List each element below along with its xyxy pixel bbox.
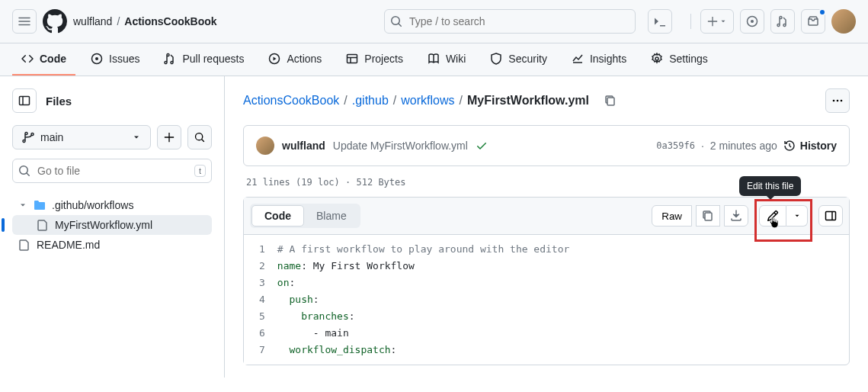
- blame-tab[interactable]: Blame: [304, 205, 359, 227]
- notification-dot: [818, 8, 826, 16]
- repo-link[interactable]: ActionsCookBook: [124, 15, 216, 27]
- plus-icon: [707, 16, 718, 27]
- tree-file-active[interactable]: MyFirstWorkflow.yml: [12, 215, 212, 235]
- code-tab[interactable]: Code: [251, 205, 304, 227]
- commit-message[interactable]: Update MyFirstWorkflow.yml: [333, 140, 468, 152]
- svg-point-9: [833, 100, 835, 102]
- folder-icon: [34, 199, 46, 211]
- commit-author-avatar[interactable]: [256, 137, 274, 155]
- graph-icon: [572, 53, 584, 65]
- play-icon: [268, 53, 280, 65]
- commit-author[interactable]: wulfland: [282, 140, 325, 152]
- branch-icon: [22, 131, 34, 143]
- issues-button[interactable]: [740, 9, 764, 34]
- download-icon: [730, 210, 742, 222]
- add-file-button[interactable]: [157, 125, 181, 149]
- search-icon: [390, 15, 402, 27]
- more-options-button[interactable]: [825, 88, 850, 113]
- edit-file-button[interactable]: [759, 205, 786, 227]
- commit-sha[interactable]: 0a359f6: [656, 140, 695, 151]
- divider: [690, 14, 691, 29]
- search-icon: [18, 165, 30, 177]
- github-logo[interactable]: [43, 9, 67, 34]
- search-files-button[interactable]: [187, 125, 212, 149]
- raw-button[interactable]: Raw: [652, 205, 692, 227]
- nav-label: Pull requests: [182, 53, 244, 65]
- user-avatar[interactable]: [831, 9, 856, 34]
- shield-icon: [490, 53, 502, 65]
- edit-tooltip: Edit this file: [739, 176, 801, 196]
- issue-icon: [746, 15, 758, 27]
- code-lines[interactable]: # A first workflow to play around with t…: [277, 235, 849, 365]
- nav-label: Issues: [109, 53, 139, 65]
- nav-pull-requests[interactable]: Pull requests: [155, 43, 253, 76]
- search-icon: [194, 132, 205, 143]
- repo-nav: Code Issues Pull requests Actions Projec…: [0, 43, 868, 76]
- tree-file[interactable]: README.md: [12, 235, 212, 255]
- nav-insights[interactable]: Insights: [562, 43, 636, 76]
- check-icon: [476, 140, 488, 152]
- nav-issues[interactable]: Issues: [82, 43, 149, 76]
- svg-rect-7: [20, 97, 30, 105]
- breadcrumb-part[interactable]: workflows: [401, 94, 454, 108]
- svg-point-11: [841, 100, 843, 102]
- pull-requests-button[interactable]: [770, 9, 795, 34]
- panel-icon: [18, 95, 30, 107]
- top-bar: wulfland / ActionsCookBook: [0, 0, 868, 43]
- breadcrumb-root[interactable]: ActionsCookBook: [243, 94, 339, 108]
- svg-point-6: [655, 57, 658, 60]
- notifications-button[interactable]: [801, 9, 825, 34]
- nav-projects[interactable]: Projects: [337, 43, 412, 76]
- svg-rect-13: [826, 212, 836, 220]
- create-new-button[interactable]: [700, 9, 734, 34]
- tree-folder[interactable]: .github/workflows: [12, 195, 212, 215]
- kebab-icon: [831, 95, 844, 107]
- nav-wiki[interactable]: Wiki: [418, 43, 475, 76]
- nav-security[interactable]: Security: [481, 43, 556, 76]
- file-search-input[interactable]: [12, 159, 212, 183]
- kbd-hint: t: [194, 165, 206, 177]
- copy-path-button[interactable]: [600, 90, 621, 111]
- nav-label: Projects: [364, 53, 403, 65]
- svg-point-10: [837, 100, 839, 102]
- symbols-button[interactable]: [818, 205, 843, 227]
- svg-rect-12: [705, 213, 712, 220]
- history-link[interactable]: History: [783, 140, 837, 152]
- chevron-down-icon: [793, 212, 801, 220]
- latest-commit-bar: wulfland Update MyFirstWorkflow.yml 0a35…: [243, 125, 850, 166]
- gear-icon: [651, 53, 663, 65]
- nav-label: Code: [40, 53, 66, 65]
- command-palette-button[interactable]: [648, 9, 672, 34]
- nav-label: Insights: [590, 53, 626, 65]
- download-button[interactable]: [724, 205, 748, 227]
- view-tabs: Code Blame: [250, 204, 360, 228]
- file-search: t: [12, 159, 212, 183]
- branch-selector[interactable]: main: [12, 125, 151, 149]
- hamburger-icon: [18, 15, 30, 27]
- edit-dropdown-button[interactable]: [786, 205, 808, 227]
- nav-actions[interactable]: Actions: [259, 43, 331, 76]
- sidebar-title: Files: [46, 95, 72, 108]
- nav-label: Security: [508, 53, 547, 65]
- chevron-down-icon: [18, 201, 27, 210]
- owner-link[interactable]: wulfland: [73, 15, 112, 27]
- file-icon: [18, 239, 30, 251]
- top-actions: [687, 9, 856, 34]
- book-icon: [428, 53, 440, 65]
- pencil-icon: [767, 210, 779, 222]
- breadcrumb-part[interactable]: .github: [352, 94, 389, 108]
- file-sidebar: Files main t: [0, 76, 225, 378]
- nav-settings[interactable]: Settings: [642, 43, 717, 76]
- svg-rect-5: [348, 55, 357, 63]
- folder-name: .github/workflows: [52, 199, 133, 211]
- breadcrumb-separator: /: [117, 15, 120, 27]
- file-toolbar: Code Blame Raw Edit this file: [244, 198, 849, 235]
- line-numbers: 1 2 3 4 5 6 7: [244, 235, 277, 365]
- hamburger-menu-button[interactable]: [12, 9, 37, 34]
- file-name: README.md: [37, 239, 100, 251]
- nav-code[interactable]: Code: [12, 43, 75, 76]
- copy-icon: [604, 95, 617, 107]
- collapse-sidebar-button[interactable]: [12, 88, 37, 113]
- search-input[interactable]: [384, 9, 636, 34]
- copy-raw-button[interactable]: [696, 205, 720, 227]
